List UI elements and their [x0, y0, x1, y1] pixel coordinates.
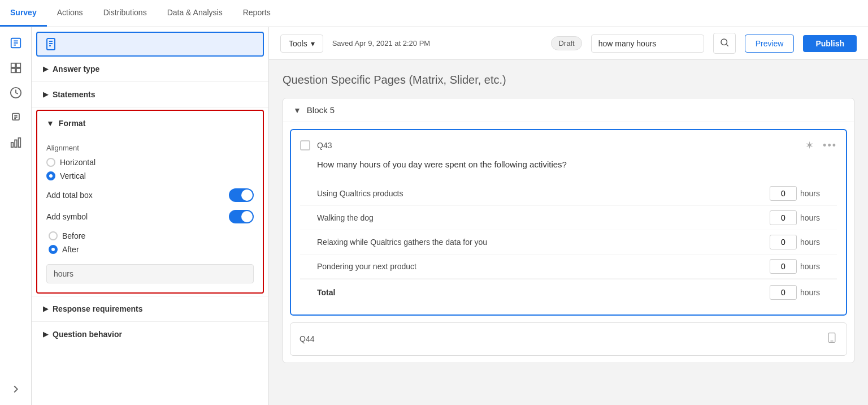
before-radio-circle [49, 231, 58, 240]
answer-input-2[interactable] [770, 235, 797, 249]
question-q44-card: Q44 [290, 322, 847, 356]
layout-icon-item[interactable] [5, 57, 27, 79]
nav-tab-survey[interactable]: Survey [0, 0, 47, 27]
answer-label-3: Pondering your next product [317, 262, 770, 271]
horizontal-radio-option[interactable]: Horizontal [46, 158, 254, 167]
question-behavior-label: Question behavior [53, 330, 122, 339]
add-symbol-label: Add symbol [46, 212, 88, 221]
statements-label: Statements [53, 90, 95, 99]
answer-type-label: Answer type [53, 64, 99, 74]
nav-tabs: Survey Actions Distributions Data & Anal… [0, 0, 281, 27]
answer-label-2: Relaxing while Qualtrics gathers the dat… [317, 238, 770, 247]
q43-actions: ✶ ••• [805, 139, 837, 152]
q43-id: Q43 [317, 141, 332, 150]
tools-chevron-icon: ▾ [311, 39, 315, 48]
response-requirements-chevron: ▶ [43, 305, 48, 313]
symbol-position-options: Before After [46, 231, 254, 254]
add-total-box-label: Add total box [46, 191, 93, 200]
search-icon [719, 37, 730, 48]
format-section: ▼ Format Alignment Horizontal Vertical [36, 110, 264, 294]
format-header[interactable]: ▼ Format [37, 111, 263, 136]
block-5-container: ▼ Block 5 Q43 ✶ ••• How many hours of yo… [283, 98, 854, 363]
answer-label-1: Walking the dog [317, 213, 770, 222]
answer-row-0: Using Qualtrics products hours [300, 182, 837, 206]
answer-input-wrap-2: hours [770, 235, 820, 249]
question-behavior-chevron: ▶ [43, 330, 48, 338]
block-5-chevron[interactable]: ▼ [293, 106, 301, 115]
publish-button[interactable]: Publish [803, 35, 857, 52]
question-behavior-section[interactable]: ▶ Question behavior [32, 321, 268, 347]
nav-tab-data-analysis[interactable]: Data & Analysis [157, 0, 233, 27]
survey-icon-item[interactable] [5, 32, 27, 54]
add-total-box-row: Add total box [46, 188, 254, 202]
answer-row-1: Walking the dog hours [300, 206, 837, 230]
total-input-wrap: hours [770, 285, 820, 300]
search-button[interactable] [713, 33, 736, 54]
expand-sidebar-icon[interactable] [5, 378, 27, 400]
add-total-box-toggle[interactable] [229, 188, 254, 202]
answer-unit-0: hours [800, 189, 820, 198]
q43-header: Q43 ✶ ••• [300, 139, 837, 152]
add-symbol-toggle[interactable] [229, 210, 254, 223]
paint-icon-item[interactable] [5, 106, 27, 129]
answer-input-wrap-3: hours [770, 259, 820, 274]
tools-button[interactable]: Tools ▾ [280, 35, 323, 53]
survey-name-input[interactable] [591, 35, 704, 53]
preview-button[interactable]: Preview [745, 35, 795, 53]
after-radio-option[interactable]: After [49, 245, 254, 254]
nav-tab-reports[interactable]: Reports [233, 0, 281, 27]
answer-unit-2: hours [800, 238, 820, 247]
alignment-radio-group: Horizontal Vertical [46, 158, 254, 180]
svg-rect-7 [16, 68, 20, 72]
response-requirements-section[interactable]: ▶ Response requirements [32, 296, 268, 321]
block-5-title: Block 5 [307, 105, 335, 115]
nav-tab-distributions[interactable]: Distributions [93, 0, 157, 27]
svg-rect-10 [18, 138, 20, 148]
svg-rect-6 [11, 68, 15, 72]
chart-icon-item[interactable] [5, 131, 27, 154]
total-input[interactable] [770, 285, 797, 300]
vertical-radio-option[interactable]: Vertical [46, 171, 254, 180]
statements-chevron: ▶ [43, 91, 48, 98]
main-layout: ▶ Answer type ▶ Statements ▼ Format Alig… [0, 27, 868, 405]
tools-label: Tools [289, 39, 307, 48]
survey-content: Question Specific Pages (Matrix, Slider,… [269, 60, 868, 405]
q43-checkbox[interactable] [300, 140, 310, 150]
answer-input-wrap-1: hours [770, 210, 820, 225]
nav-tab-actions[interactable]: Actions [47, 0, 93, 27]
response-requirements-label: Response requirements [53, 304, 143, 313]
draft-badge: Draft [551, 36, 581, 50]
svg-rect-8 [11, 143, 13, 147]
answer-input-1[interactable] [770, 210, 797, 225]
question-q43-card: Q43 ✶ ••• How many hours of you day were… [290, 129, 847, 316]
q43-star-icon[interactable]: ✶ [805, 139, 814, 152]
q44-actions [826, 332, 837, 346]
panel-header-bar[interactable] [36, 32, 264, 57]
page-title: Question Specific Pages (Matrix, Slider,… [283, 74, 854, 87]
svg-rect-4 [11, 63, 15, 67]
answer-input-3[interactable] [770, 259, 797, 274]
q44-id: Q44 [300, 334, 314, 343]
answer-input-0[interactable] [770, 186, 797, 201]
answer-input-wrap-0: hours [770, 186, 820, 201]
answer-label-0: Using Qualtrics products [317, 189, 770, 198]
format-body: Alignment Horizontal Vertical Add total … [37, 136, 263, 292]
svg-rect-5 [16, 63, 20, 67]
before-radio-label: Before [62, 231, 85, 240]
alignment-label: Alignment [46, 144, 254, 152]
format-chevron: ▼ [46, 119, 54, 128]
answer-type-section[interactable]: ▶ Answer type [32, 57, 268, 82]
style-icon-item[interactable] [5, 81, 27, 104]
q43-question-text: How many hours of you day were spent on … [300, 158, 837, 171]
answer-row-3: Pondering your next product hours [300, 255, 837, 279]
total-label: Total [317, 288, 770, 297]
q43-more-icon[interactable]: ••• [823, 140, 837, 152]
icon-sidebar [0, 27, 32, 405]
before-radio-option[interactable]: Before [49, 231, 254, 240]
symbol-input[interactable] [46, 264, 254, 283]
answer-unit-1: hours [800, 213, 820, 222]
answer-type-chevron: ▶ [43, 65, 48, 73]
total-unit: hours [800, 288, 820, 297]
q44-header: Q44 [300, 332, 837, 346]
statements-section[interactable]: ▶ Statements [32, 82, 268, 107]
